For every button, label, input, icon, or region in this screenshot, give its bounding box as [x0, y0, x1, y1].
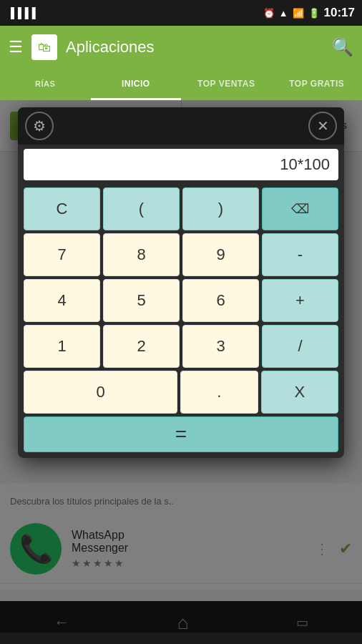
- calc-8-button[interactable]: 8: [103, 233, 180, 276]
- calc-row-equals: =: [24, 416, 338, 452]
- calc-row-1: C ( ) ⌫: [24, 187, 338, 230]
- calc-3-button[interactable]: 3: [182, 325, 259, 368]
- calc-row-2: 7 8 9 -: [24, 233, 338, 276]
- calc-6-button[interactable]: 6: [182, 279, 259, 322]
- status-bar: ▐▐▐▐ ⏰ ▲ 📶 🔋 10:17: [0, 0, 362, 26]
- calculator-header: ⚙ ✕: [18, 107, 344, 145]
- search-icon[interactable]: 🔍: [332, 37, 353, 57]
- calculator-overlay: ⚙ ✕ 10*100 C ( ) ⌫: [0, 100, 362, 633]
- calc-row-4: 1 2 3 /: [24, 325, 338, 368]
- calc-2-button[interactable]: 2: [103, 325, 180, 368]
- alarm-icon: ⏰: [263, 8, 275, 19]
- signal-icon: 📶: [293, 8, 304, 19]
- calc-row-3: 4 5 6 +: [24, 279, 338, 322]
- hamburger-menu-icon[interactable]: ☰: [9, 38, 23, 57]
- tab-top-ventas[interactable]: TOP VENTAS: [181, 69, 272, 100]
- calc-open-paren-button[interactable]: (: [103, 187, 180, 230]
- tabs-bar: RÍAS INICIO TOP VENTAS TOP GRATIS: [0, 69, 362, 100]
- calc-minus-button[interactable]: -: [262, 233, 338, 276]
- store-logo: 🛍: [31, 34, 57, 60]
- close-icon: ✕: [317, 117, 329, 135]
- calc-close-paren-button[interactable]: ): [182, 187, 259, 230]
- wifi-icon: ▲: [279, 8, 288, 19]
- calc-plus-button[interactable]: +: [262, 279, 338, 322]
- calc-5-button[interactable]: 5: [103, 279, 180, 322]
- calc-divide-button[interactable]: /: [262, 325, 338, 368]
- calc-1-button[interactable]: 1: [24, 325, 100, 368]
- settings-icon: ⚙: [33, 117, 46, 135]
- calc-decimal-button[interactable]: .: [180, 371, 258, 414]
- status-time: 10:17: [324, 6, 355, 20]
- status-bar-right: ⏰ ▲ 📶 🔋 10:17: [263, 6, 355, 20]
- calc-4-button[interactable]: 4: [24, 279, 100, 322]
- battery-icon: 🔋: [308, 8, 320, 19]
- calculator-close-button[interactable]: ✕: [308, 112, 337, 140]
- status-bar-left: ▐▐▐▐: [7, 7, 36, 19]
- calculator-display-value: 10*100: [280, 155, 330, 174]
- calc-clear-button[interactable]: C: [24, 187, 100, 230]
- signal-bars-icon: ▐▐▐▐: [7, 7, 36, 19]
- calc-7-button[interactable]: 7: [24, 233, 100, 276]
- app-title: Aplicaciones: [66, 38, 155, 57]
- calculator-settings-button[interactable]: ⚙: [25, 112, 54, 140]
- calc-0-button[interactable]: 0: [24, 371, 177, 414]
- content-area: 🎮 JUEGOS 🔖 SELECCIÓN DE LOS EDITORES ⚙ ✕…: [0, 100, 362, 633]
- calc-9-button[interactable]: 9: [182, 233, 259, 276]
- calculator-buttons: C ( ) ⌫ 7 8 9 - 4 5 6 +: [18, 185, 344, 458]
- calc-equals-button[interactable]: =: [24, 416, 338, 452]
- app-bar: ☰ 🛍 Aplicaciones 🔍: [0, 26, 362, 69]
- tab-inicio[interactable]: INICIO: [91, 69, 182, 100]
- calc-row-5: 0 . X: [24, 371, 338, 414]
- app-bar-left: ☰ 🛍 Aplicaciones: [9, 34, 155, 60]
- calc-multiply-button[interactable]: X: [261, 371, 339, 414]
- calc-backspace-button[interactable]: ⌫: [262, 187, 338, 230]
- tab-top-gratis[interactable]: TOP GRATIS: [272, 69, 363, 100]
- calculator: ⚙ ✕ 10*100 C ( ) ⌫: [18, 107, 344, 458]
- tab-categorias[interactable]: RÍAS: [0, 69, 91, 100]
- calculator-display: 10*100: [24, 149, 338, 180]
